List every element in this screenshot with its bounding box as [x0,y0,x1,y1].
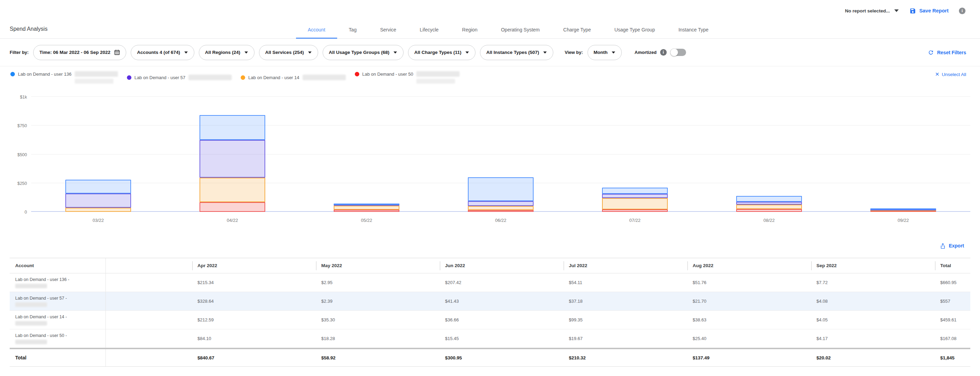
value-cell: $37.18 [564,298,687,304]
legend-label: Lab on Demand - user 136 [18,71,72,77]
close-icon: ✕ [935,71,940,78]
y-axis-label: $500 [10,152,27,157]
info-icon[interactable]: i [660,49,667,56]
save-report-label: Save Report [919,8,948,13]
legend-dot-icon [127,75,131,80]
bar-segment-lab-on-demand-user-136[interactable] [736,196,802,202]
redacted-text [75,71,118,77]
bar-segment-lab-on-demand-user-14[interactable] [602,198,668,209]
chart-plot-area: 0$250$500$750$1k03/2204/2205/2206/2207/2… [31,97,970,212]
info-icon[interactable]: i [959,8,966,14]
tab-region[interactable]: Region [450,27,489,39]
value-cell: $38.63 [687,317,811,322]
column-header-apr-2022: Apr 2022 [192,261,316,270]
x-axis-label: 09/22 [886,218,921,223]
account-name: Lab on Demand - user 14 - [15,314,105,319]
column-header-label: Total [935,261,951,270]
bar-segment-lab-on-demand-user-14[interactable] [736,205,802,209]
bar-segment-lab-on-demand-user-136[interactable] [870,208,936,210]
bar-segment-lab-on-demand-user-136[interactable] [468,177,534,201]
tab-lifecycle[interactable]: Lifecycle [408,27,450,39]
bar-segment-lab-on-demand-user-50[interactable] [736,209,802,212]
bar-segment-lab-on-demand-user-57[interactable] [736,202,802,204]
column-header-label: Jun 2022 [440,261,465,270]
legend-item-lab-on-demand-user-14[interactable]: Lab on Demand - user 14 [241,71,345,84]
export-button[interactable]: Export [0,241,964,250]
legend-item-lab-on-demand-user-50[interactable]: Lab on Demand - user 50 [355,71,460,84]
x-axis-label: 06/22 [484,218,518,223]
redacted-text [15,340,47,344]
time-filter-label: Time: 06 Mar 2022 - 06 Sep 2022 [40,50,110,55]
tab-tag[interactable]: Tag [337,27,369,39]
value-cell: $84.10 [192,336,316,341]
tab-account[interactable]: Account [296,27,337,39]
legend-item-lab-on-demand-user-57[interactable]: Lab on Demand - user 57 [127,71,232,84]
filter-pill-accounts-4-of-674[interactable]: Accounts 4 (of 674) [131,45,194,60]
bar-segment-lab-on-demand-user-57[interactable] [65,194,131,208]
account-cell: Lab on Demand - user 136 - [10,273,106,292]
value-cell: $328.64 [192,298,316,304]
view-by-dropdown[interactable]: Month [587,45,622,60]
account-cell: Lab on Demand - user 50 - [10,329,106,347]
x-axis-label: 05/22 [349,218,384,223]
redacted-text [75,79,113,84]
x-axis-label: 07/22 [617,218,652,223]
table-row: Lab on Demand - user 136 -$215.34$2.95$2… [10,273,970,292]
filter-pill-label: All Charge Types (11) [414,50,461,55]
chevron-down-icon [393,51,397,54]
tab-instance-type[interactable]: Instance Type [667,27,720,39]
filter-pill-label: All Services (254) [265,50,304,55]
bar-segment-lab-on-demand-user-14[interactable] [468,206,534,210]
spend-table: AccountApr 2022May 2022Jun 2022Jul 2022A… [10,258,970,366]
gridline [31,97,970,97]
amortized-toggle[interactable] [670,49,686,56]
filter-pill-all-services-254[interactable]: All Services (254) [259,45,318,60]
bar-segment-lab-on-demand-user-136[interactable] [602,188,668,194]
tab-charge-type[interactable]: Charge Type [552,27,603,39]
y-axis-label: 0 [10,210,27,214]
bar-segment-lab-on-demand-user-14[interactable] [199,178,265,202]
x-axis-label: 08/22 [752,218,786,223]
legend-item-lab-on-demand-user-136[interactable]: Lab on Demand - user 136 [10,71,118,84]
bar-segment-lab-on-demand-user-136[interactable] [199,115,265,140]
bar-segment-lab-on-demand-user-57[interactable] [602,194,668,198]
bar-segment-lab-on-demand-user-57[interactable] [468,201,534,206]
bar-segment-lab-on-demand-user-50[interactable] [334,210,399,212]
save-report-button[interactable]: Save Report [910,8,948,14]
gridline [31,154,970,154]
value-cell: $2.39 [316,298,440,304]
value-cell: $212.59 [192,317,316,322]
bar-segment-lab-on-demand-user-14[interactable] [334,206,399,210]
reset-filters-button[interactable]: Reset Filters [928,49,966,56]
bar-segment-lab-on-demand-user-136[interactable] [65,180,131,194]
filter-pill-all-charge-types-11[interactable]: All Charge Types (11) [408,45,476,60]
time-filter-pill[interactable]: Time: 06 Mar 2022 - 06 Sep 2022 [33,45,126,60]
tab-service[interactable]: Service [368,27,408,39]
value-cell: $459.61 [935,317,970,322]
chevron-down-icon [308,51,312,54]
tab-usage-type-group[interactable]: Usage Type Group [603,27,667,39]
report-selector-dropdown[interactable]: No report selected... [845,8,899,13]
filter-pill-all-regions-24[interactable]: All Regions (24) [199,45,255,60]
account-name: Lab on Demand - user 50 - [15,333,105,338]
bar-segment-lab-on-demand-user-136[interactable] [334,203,399,205]
bar-segment-lab-on-demand-user-14[interactable] [65,208,131,212]
column-header-label: Aug 2022 [687,261,713,270]
unselect-all-button[interactable]: ✕ Unselect All [935,71,966,78]
calendar-icon [114,49,120,55]
filter-bar: Filter by: Time: 06 Mar 2022 - 06 Sep 20… [0,39,980,67]
value-cell: $99.35 [564,317,687,322]
filter-pill-all-usage-type-groups-68[interactable]: All Usage Type Groups (68) [323,45,404,60]
chevron-down-icon [244,51,248,54]
filter-pill-all-instance-types-507[interactable]: All Instance Types (507) [480,45,553,60]
tabs: AccountTagServiceLifecycleRegionOperatin… [296,27,720,39]
value-cell: $21.70 [687,298,811,304]
bar-segment-lab-on-demand-user-50[interactable] [602,209,668,212]
bar-segment-lab-on-demand-user-57[interactable] [199,140,265,178]
filter-pill-label: All Usage Type Groups (68) [329,50,389,55]
export-label: Export [949,243,964,249]
tab-operating-system[interactable]: Operating System [489,27,552,39]
bar-segment-lab-on-demand-user-50[interactable] [199,202,265,212]
bar-segment-lab-on-demand-user-50[interactable] [468,210,534,212]
column-header-aug-2022: Aug 2022 [687,261,811,270]
